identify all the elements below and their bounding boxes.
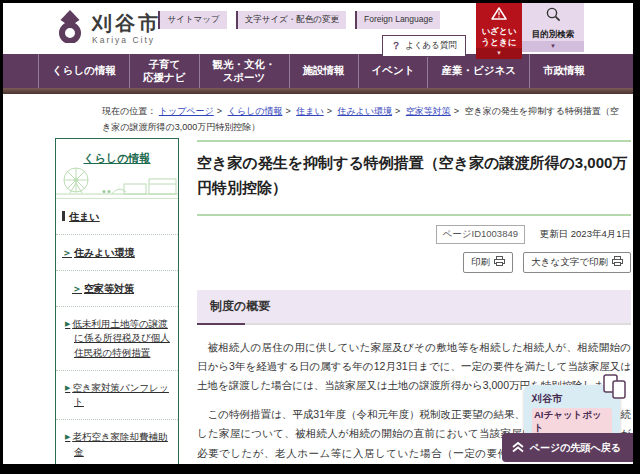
back-to-top-button[interactable]: ページの先頭へ戻る [502, 433, 633, 462]
printer-icon [494, 256, 505, 268]
divider [197, 140, 631, 142]
nav-item-kanko[interactable]: 観光・文化・ スポーツ [199, 54, 289, 88]
breadcrumb-link-sumiyoi[interactable]: 住みよい環境 [337, 106, 392, 116]
warning-icon [491, 6, 507, 24]
faq-link[interactable]: ？ よくある質問 [382, 35, 466, 57]
triangle-right-icon: ▶ [65, 384, 70, 391]
breadcrumb-link-kurashi[interactable]: くらしの情報 [228, 106, 283, 116]
global-nav: くらしの情報 子育て 応援ナビ 観光・文化・ スポーツ 施設情報 イベント 産業… [3, 54, 633, 88]
nav-item-kurashi[interactable]: くらしの情報 [38, 54, 129, 88]
city-name-en: Kariya City [92, 35, 161, 45]
nav-item-kosodate[interactable]: 子育て 応援ナビ [129, 54, 199, 88]
text-size-link[interactable]: 文字サイズ・配色の変更 [236, 11, 346, 29]
breadcrumb-separator: > [454, 106, 459, 116]
triangle-right-icon: ▶ [65, 320, 70, 327]
header-utility: サイトマップ 文字サイズ・配色の変更 Foreign Language ？ よく… [158, 3, 584, 57]
double-chevron-up-icon [511, 441, 525, 455]
back-to-top-label: ページの先頭へ戻る [530, 441, 621, 455]
breadcrumb: 現在の位置： トップページ> くらしの情報> 住まい> 住みよい環境> 空家等対… [102, 103, 623, 135]
nav-item-event[interactable]: イベント [358, 54, 428, 88]
triangle-right-icon: ▶ [65, 433, 70, 440]
item-marker [62, 211, 65, 221]
divider [197, 214, 631, 216]
printer-icon [612, 256, 623, 268]
print-large-button[interactable]: 大きな文字で印刷 [523, 252, 631, 273]
page-title: 空き家の発生を抑制する特例措置（空き家の譲渡所得の3,000万円特別控除） [197, 151, 631, 201]
breadcrumb-separator: > [217, 106, 222, 116]
breadcrumb-link-akiya[interactable]: 空家等対策 [406, 106, 451, 116]
chevron-down-icon: ▼ [522, 41, 584, 52]
nav-item-shisei[interactable]: 市政情報 [529, 54, 598, 88]
section-heading: 制度の概要 [197, 290, 631, 325]
sidebar-item-sumai[interactable]: 住まい [56, 199, 178, 235]
print-button[interactable]: 印刷 [463, 252, 513, 273]
print-actions: 印刷 大きな文字で印刷 [197, 251, 631, 273]
site-header: 刈谷市 Kariya City サイトマップ 文字サイズ・配色の変更 Forei… [3, 3, 633, 54]
sidebar: くらしの情報 住まい ＞住みよい環境 ＞空家等対策 ▶低未利用土地等の譲渡に係る… [55, 138, 179, 464]
search-label: 目的別検索 [532, 29, 575, 40]
breadcrumb-separator: > [395, 106, 400, 116]
sidebar-item-teimiriyo-tochi[interactable]: ▶低未利用土地等の譲渡に係る所得税及び個人住民税の特例措置 [56, 307, 178, 371]
sidebar-item-hojokin[interactable]: ▶老朽空き家除却費補助金 [56, 420, 178, 464]
sidebar-item-sumiyoi-kankyo[interactable]: ＞住みよい環境 [56, 235, 178, 271]
sidebar-item-akiya-taisaku[interactable]: ＞空家等対策 [56, 271, 178, 307]
emergency-label: いざというときに [478, 26, 520, 47]
breadcrumb-label: 現在の位置： [102, 106, 156, 116]
device-chat-icon [601, 373, 628, 404]
question-icon: ？ [391, 39, 401, 53]
breadcrumb-separator: > [327, 106, 332, 116]
chevron-right-icon: ＞ [72, 283, 82, 294]
browser-page: 刈谷市 Kariya City サイトマップ 文字サイズ・配色の変更 Forei… [3, 3, 633, 464]
chatbot-label: AIチャットポット [532, 408, 612, 436]
chatbot-city-label: 刈谷市 [532, 392, 612, 406]
site-logo-link[interactable]: 刈谷市 Kariya City [55, 10, 161, 47]
breadcrumb-link-sumai[interactable]: 住まい [296, 106, 323, 116]
page-id-badge: ページID1003849 [436, 225, 525, 244]
search-icon [545, 6, 562, 27]
foreign-language-link[interactable]: Foreign Language [355, 11, 440, 29]
kariya-city-emblem-icon [55, 10, 85, 47]
chevron-right-icon: ＞ [62, 247, 72, 258]
page-meta: ページID1003849 更新日 2023年4月1日 [197, 225, 631, 244]
search-button[interactable]: 目的別検索 ▼ [522, 3, 584, 50]
chevron-down-icon: ▼ [476, 48, 522, 59]
updated-date: 更新日 2023年4月1日 [540, 228, 631, 239]
sidebar-item-pamphlet[interactable]: ▶空き家対策パンフレット [56, 371, 178, 421]
nav-item-shisetsu[interactable]: 施設情報 [289, 54, 358, 88]
sidebar-header: くらしの情報 [56, 139, 178, 199]
breadcrumb-separator: > [285, 106, 290, 116]
faq-label: よくある質問 [405, 40, 457, 52]
emergency-button[interactable]: いざというときに ▼ [476, 3, 522, 50]
nav-bottom-strip [3, 88, 633, 94]
breadcrumb-link-top[interactable]: トップページ [159, 106, 214, 116]
sidebar-title-link[interactable]: くらしの情報 [56, 151, 178, 166]
sitemap-link[interactable]: サイトマップ [158, 11, 226, 29]
city-name: 刈谷市 [92, 12, 161, 34]
